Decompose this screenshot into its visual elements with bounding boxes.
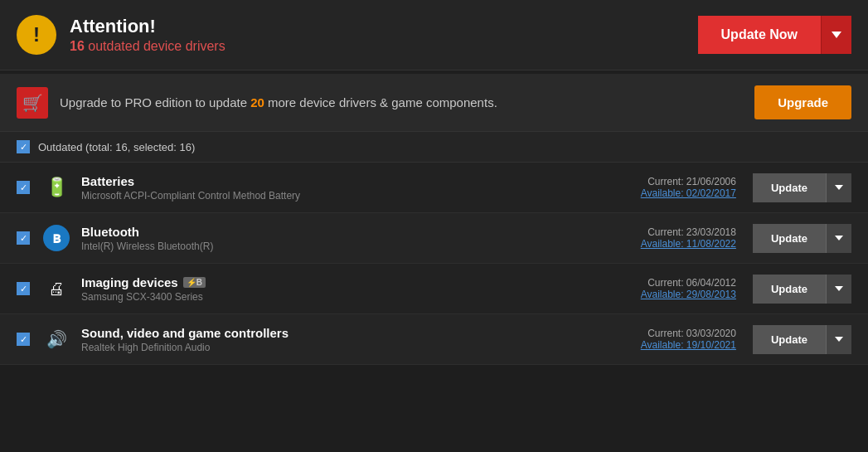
driver-current-sound: Current: 03/03/2020 [604, 328, 736, 339]
driver-version-bluetooth: Current: 23/03/2018 Available: 11/08/202… [604, 226, 736, 250]
update-button-batteries[interactable]: Update [753, 173, 826, 202]
update-dropdown-sound[interactable] [826, 325, 851, 354]
update-now-group: Update Now [698, 16, 851, 54]
update-group-batteries: Update [753, 173, 851, 202]
update-button-sound[interactable]: Update [753, 325, 826, 354]
update-button-bluetooth[interactable]: Update [753, 224, 826, 253]
update-group-imaging: Update [753, 275, 851, 304]
table-row: ʙ Bluetooth Intel(R) Wireless Bluetooth(… [0, 213, 868, 264]
upgrade-text-after: more device drivers & game components. [264, 95, 497, 109]
outdated-subtitle: 16 outdated device drivers [70, 39, 698, 54]
update-now-dropdown-button[interactable] [821, 16, 851, 54]
driver-version-imaging: Current: 06/04/2012 Available: 29/08/201… [604, 277, 736, 300]
update-dropdown-batteries[interactable] [826, 173, 851, 202]
driver-current-imaging: Current: 06/04/2012 [604, 277, 736, 289]
update-button-imaging[interactable]: Update [753, 275, 826, 304]
attention-icon: ! [17, 15, 56, 55]
driver-subname-batteries: Microsoft ACPI-Compliant Control Method … [81, 190, 604, 202]
update-group-bluetooth: Update [753, 224, 851, 253]
driver-info-sound: Sound, video and game controllers Realte… [81, 326, 604, 353]
driver-version-sound: Current: 03/03/2020 Available: 19/10/202… [604, 328, 736, 351]
bluetooth-icon: ʙ [41, 223, 71, 253]
driver-name-sound: Sound, video and game controllers [81, 326, 604, 340]
driver-subname-imaging: Samsung SCX-3400 Series [81, 291, 604, 303]
upgrade-text: Upgrade to PRO edition to update 20 more… [60, 95, 754, 109]
driver-current-batteries: Current: 21/06/2006 [604, 176, 736, 187]
chevron-down-sm-icon [835, 185, 843, 190]
driver-subname-bluetooth: Intel(R) Wireless Bluetooth(R) [81, 241, 604, 252]
driver-available-batteries: Available: 02/02/2017 [604, 187, 736, 199]
attention-title: Attention! [70, 16, 698, 37]
outdated-header: Outdated (total: 16, selected: 16) [0, 132, 868, 163]
driver-name-imaging: Imaging devices ⚡B [81, 275, 604, 289]
imaging-icon: 🖨 [41, 274, 71, 304]
header-text: Attention! 16 outdated device drivers [70, 16, 698, 54]
sound-icon: 🔊 [41, 324, 71, 354]
update-dropdown-imaging[interactable] [826, 275, 851, 304]
table-row: 🖨 Imaging devices ⚡B Samsung SCX-3400 Se… [0, 264, 868, 314]
driver-available-bluetooth: Available: 11/08/2022 [604, 238, 736, 250]
drivers-list: 🔋 Batteries Microsoft ACPI-Compliant Con… [0, 163, 868, 365]
row-checkbox-batteries[interactable] [17, 181, 30, 194]
driver-current-bluetooth: Current: 23/03/2018 [604, 226, 736, 238]
driver-info-batteries: Batteries Microsoft ACPI-Compliant Contr… [81, 174, 604, 202]
update-dropdown-bluetooth[interactable] [826, 224, 851, 253]
upgrade-button[interactable]: Upgrade [754, 85, 851, 119]
driver-name-batteries: Batteries [81, 174, 604, 188]
upgrade-text-before: Upgrade to PRO edition to update [60, 95, 250, 109]
row-checkbox-sound[interactable] [17, 333, 30, 346]
battery-icon: 🔋 [41, 173, 71, 202]
header-section: ! Attention! 16 outdated device drivers … [0, 0, 868, 70]
select-all-checkbox[interactable] [17, 140, 30, 153]
chevron-down-sm-icon [835, 236, 843, 241]
outdated-label: Outdated (total: 16, selected: 16) [38, 141, 195, 153]
driver-name-bluetooth: Bluetooth [81, 225, 604, 239]
cart-icon: 🛒 [17, 87, 48, 119]
driver-subname-sound: Realtek High Definition Audio [81, 342, 604, 353]
row-checkbox-bluetooth[interactable] [17, 231, 30, 245]
bluetooth-circle-icon: ʙ [43, 225, 70, 251]
driver-available-sound: Available: 19/10/2021 [604, 339, 736, 351]
driver-info-imaging: Imaging devices ⚡B Samsung SCX-3400 Seri… [81, 275, 604, 303]
chevron-down-icon [832, 32, 841, 38]
row-checkbox-imaging[interactable] [17, 282, 30, 295]
upgrade-highlight-count: 20 [250, 95, 264, 109]
table-row: 🔊 Sound, video and game controllers Real… [0, 314, 868, 365]
driver-version-batteries: Current: 21/06/2006 Available: 02/02/201… [604, 176, 736, 199]
chevron-down-sm-icon [835, 337, 843, 342]
update-now-button[interactable]: Update Now [698, 16, 821, 54]
driver-info-bluetooth: Bluetooth Intel(R) Wireless Bluetooth(R) [81, 225, 604, 252]
imaging-badge: ⚡B [183, 277, 206, 288]
table-row: 🔋 Batteries Microsoft ACPI-Compliant Con… [0, 163, 868, 213]
update-group-sound: Update [753, 325, 851, 354]
chevron-down-sm-icon [835, 286, 843, 291]
upgrade-banner: 🛒 Upgrade to PRO edition to update 20 mo… [0, 74, 868, 132]
driver-available-imaging: Available: 29/08/2013 [604, 289, 736, 300]
